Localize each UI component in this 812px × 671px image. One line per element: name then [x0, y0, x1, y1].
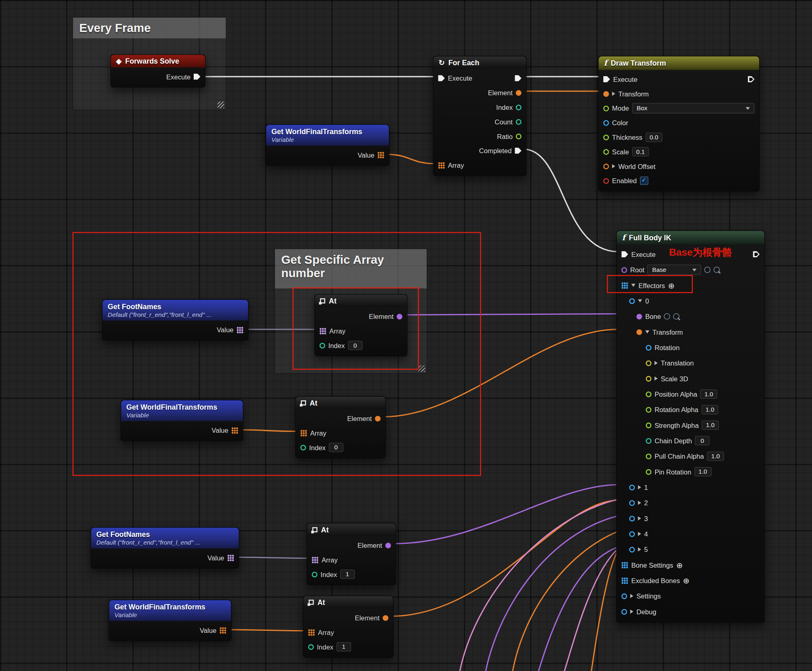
expander-icon[interactable]: [638, 501, 641, 505]
effector3-pin[interactable]: [629, 515, 635, 521]
index-input[interactable]: 1: [336, 642, 351, 652]
exec-out-pin[interactable]: [194, 73, 201, 79]
expander-icon[interactable]: [654, 376, 658, 380]
exec-out-pin[interactable]: [515, 75, 521, 81]
array-out-pin[interactable]: [231, 427, 238, 434]
blueprint-canvas[interactable]: Every Frame Get Specific Array number: [0, 0, 812, 671]
excluded-bones-array-pin[interactable]: [622, 577, 628, 584]
thickness-input[interactable]: 0.0: [645, 132, 662, 142]
strength-alpha-input[interactable]: 1.0: [702, 421, 719, 430]
node-at-4[interactable]: At Element Array Index 1: [303, 596, 394, 658]
node-get-footnames-1[interactable]: Get FootNames Default ("front_r_end","fr…: [102, 299, 249, 341]
count-out-pin[interactable]: [516, 119, 521, 124]
node-at-3[interactable]: At Element Array Index 1: [307, 523, 396, 585]
array-in-pin[interactable]: [438, 162, 445, 169]
scale-input[interactable]: 0.1: [632, 147, 649, 156]
array-in-pin[interactable]: [308, 629, 315, 636]
node-full-body-ik[interactable]: f Full Body IK Execute Root Base: [616, 231, 765, 623]
root-dropdown[interactable]: Base: [647, 265, 701, 275]
thickness-in-pin[interactable]: [603, 135, 609, 140]
node-forwards-solve[interactable]: ◈ Forwards Solve Execute: [110, 54, 205, 88]
chain-depth-pin[interactable]: [646, 438, 652, 444]
bone-in-pin[interactable]: [637, 314, 642, 319]
mode-in-pin[interactable]: [603, 105, 609, 111]
pin-rotation-input[interactable]: 1.0: [694, 467, 712, 477]
exec-in-pin[interactable]: [622, 251, 628, 257]
position-alpha-pin[interactable]: [646, 391, 652, 397]
graph-world[interactable]: Every Frame Get Specific Array number: [0, 0, 812, 671]
transform-in-pin[interactable]: [603, 91, 609, 96]
search-icon[interactable]: [714, 267, 720, 273]
exec-in-pin[interactable]: [603, 76, 610, 82]
debug-in-pin[interactable]: [622, 609, 627, 614]
expander-icon[interactable]: [638, 532, 641, 536]
world-offset-in-pin[interactable]: [603, 163, 609, 169]
element-out-pin[interactable]: [385, 543, 391, 548]
chain-depth-input[interactable]: 0: [695, 436, 709, 445]
pull-chain-alpha-pin[interactable]: [646, 453, 652, 459]
node-draw-transform[interactable]: f Draw Transform Execute Transform Mode: [598, 56, 760, 192]
index-in-pin[interactable]: [312, 571, 317, 577]
element-out-pin[interactable]: [382, 615, 388, 621]
strength-alpha-pin[interactable]: [646, 422, 652, 428]
rotation-alpha-pin[interactable]: [646, 407, 652, 412]
node-get-worldfinaltransforms-1[interactable]: Get WorldFinalTransforms Variable Value: [266, 124, 389, 166]
node-for-each[interactable]: ↻ For Each Execute Element Index Count: [433, 56, 526, 176]
effector1-pin[interactable]: [629, 485, 635, 490]
rotation-in-pin[interactable]: [646, 345, 652, 350]
expander-icon[interactable]: [630, 594, 633, 598]
position-alpha-input[interactable]: 1.0: [700, 389, 717, 399]
effector4-pin[interactable]: [629, 531, 635, 537]
array-out-pin[interactable]: [237, 327, 244, 333]
enabled-in-pin[interactable]: [603, 178, 609, 184]
node-get-footnames-2[interactable]: Get FootNames Default ("front_r_end","fr…: [91, 527, 239, 568]
array-out-pin[interactable]: [378, 152, 385, 158]
effectors-array-pin[interactable]: [622, 282, 628, 289]
expander-icon[interactable]: [630, 609, 633, 613]
add-effector-button[interactable]: ⊕: [668, 282, 675, 289]
array-out-pin[interactable]: [227, 554, 234, 561]
effector2-pin[interactable]: [629, 500, 635, 506]
rotation-alpha-input[interactable]: 1.0: [701, 405, 718, 414]
exec-out-pin[interactable]: [748, 76, 754, 82]
browse-icon[interactable]: [705, 267, 711, 273]
search-icon[interactable]: [673, 313, 680, 319]
node-get-worldfinaltransforms-3[interactable]: Get WorldFinalTransforms Variable Value: [109, 600, 231, 641]
root-in-pin[interactable]: [622, 267, 627, 273]
effector0-pin[interactable]: [629, 298, 635, 303]
expander-icon[interactable]: [654, 361, 658, 365]
exec-out-pin[interactable]: [753, 251, 760, 257]
array-in-pin[interactable]: [320, 327, 327, 334]
scale3d-in-pin[interactable]: [646, 376, 652, 381]
expander-icon[interactable]: [612, 92, 615, 96]
expander-icon[interactable]: [612, 164, 615, 168]
exec-in-pin[interactable]: [438, 75, 445, 81]
completed-out-pin[interactable]: [515, 147, 521, 154]
expander-icon[interactable]: [645, 330, 649, 333]
color-in-pin[interactable]: [603, 120, 609, 126]
mode-dropdown[interactable]: Box: [632, 103, 754, 113]
expander-icon[interactable]: [638, 485, 641, 489]
expander-icon[interactable]: [631, 284, 635, 287]
browse-icon[interactable]: [664, 313, 670, 319]
settings-in-pin[interactable]: [622, 593, 627, 599]
effector5-pin[interactable]: [629, 547, 635, 552]
add-excluded-bone-button[interactable]: ⊕: [683, 577, 690, 584]
index-in-pin[interactable]: [300, 444, 306, 450]
node-at-2[interactable]: At Element Array Index 0: [295, 396, 386, 458]
index-out-pin[interactable]: [516, 105, 521, 110]
ratio-out-pin[interactable]: [516, 133, 521, 139]
transform-in-pin[interactable]: [637, 329, 642, 335]
node-get-worldfinaltransforms-2[interactable]: Get WorldFinalTransforms Variable Value: [121, 400, 244, 441]
element-out-pin[interactable]: [375, 416, 380, 421]
scale-in-pin[interactable]: [603, 149, 609, 154]
index-in-pin[interactable]: [320, 342, 325, 348]
element-out-pin[interactable]: [397, 314, 402, 319]
add-bone-setting-button[interactable]: ⊕: [676, 561, 683, 569]
index-input[interactable]: 1: [340, 570, 355, 579]
index-in-pin[interactable]: [308, 644, 314, 650]
enabled-checkbox[interactable]: [640, 177, 648, 185]
expander-icon[interactable]: [638, 547, 641, 551]
array-in-pin[interactable]: [300, 430, 307, 436]
bone-settings-array-pin[interactable]: [622, 562, 628, 568]
